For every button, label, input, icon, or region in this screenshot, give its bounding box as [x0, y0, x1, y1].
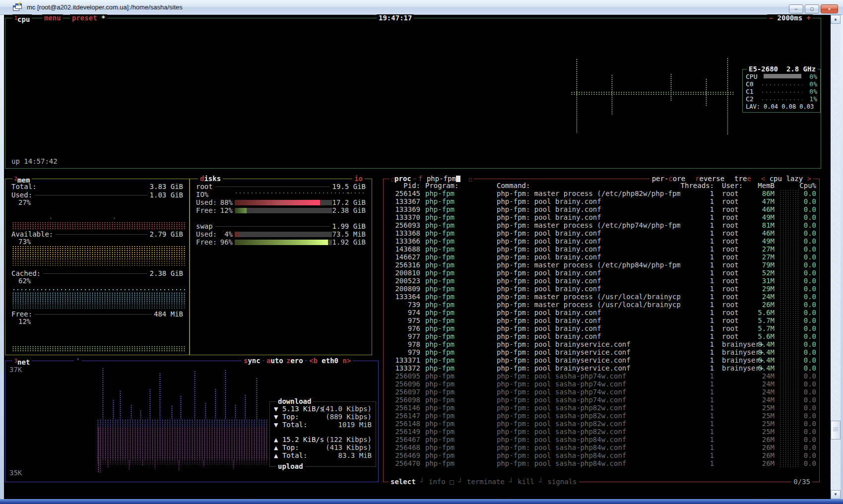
proc-cell-pid: 256467 — [387, 436, 420, 443]
table-row[interactable]: 133368php-fpmphp-fpm: pool brainy.conf1r… — [384, 229, 819, 237]
proc-cell-mem: 8.4M — [748, 340, 775, 348]
upload-total: ▲ Total: — [274, 452, 307, 459]
table-row[interactable]: 133370php-fpmphp-fpm: pool brainy.conf1r… — [384, 213, 819, 221]
table-row[interactable]: 974php-fpmphp-fpm: pool brainy.conf1root… — [384, 309, 819, 316]
net-sync-button[interactable]: sync — [242, 357, 262, 365]
table-row[interactable]: 256469php-fpmphp-fpm: pool sasha-php84w.… — [384, 451, 819, 459]
table-row[interactable]: 256145php-fpmphp-fpm: master process (/e… — [384, 189, 819, 197]
cpu-panel-title[interactable]: 1cpu — [12, 14, 32, 23]
mem-cached-percent: 62% — [18, 277, 31, 285]
table-row[interactable]: 143688php-fpmphp-fpm: pool brainy.conf1r… — [384, 245, 819, 253]
table-row[interactable]: 200809php-fpmphp-fpm: pool brainy.conf1r… — [384, 285, 819, 293]
graph-dots — [194, 371, 196, 419]
graph-dots — [12, 303, 186, 310]
proc-cell-pid: 977 — [387, 332, 420, 340]
minimize-button[interactable]: — — [789, 4, 803, 13]
close-button[interactable]: ✕ — [821, 4, 838, 13]
scrollbar[interactable]: ▲ ▼ — [831, 15, 841, 499]
table-row[interactable]: 256095php-fpmphp-fpm: pool sasha-php74w.… — [384, 372, 819, 380]
proc-cell-cmd: php-fpm: pool brainy.conf — [497, 229, 680, 237]
net-interface-switch[interactable]: <b eth0 n> — [307, 357, 353, 365]
proc-cell-cmd: php-fpm: pool sasha-php82w.conf — [497, 420, 680, 428]
proc-cell-cmd: php-fpm: pool sasha-php82w.conf — [497, 412, 680, 420]
refresh-interval[interactable]: − 2000ms + — [767, 14, 813, 22]
table-row[interactable]: 975php-fpmphp-fpm: pool brainy.conf1root… — [384, 316, 819, 324]
table-row[interactable]: 976php-fpmphp-fpm: pool brainy.conf1root… — [384, 324, 819, 332]
io-mode-toggle[interactable]: io — [352, 175, 365, 183]
table-row[interactable]: 978php-fpmphp-fpm: pool brainyservice.co… — [384, 340, 819, 348]
proc-cell-prog: php-fpm — [425, 372, 454, 380]
proc-cell-thr: 1 — [680, 229, 714, 237]
swap-used-percent: 4% — [218, 231, 233, 238]
table-row[interactable]: 979php-fpmphp-fpm: pool brainyservice.co… — [384, 348, 819, 356]
proc-cell-cmd: php-fpm: master process (/etc/php82w/php… — [497, 189, 680, 197]
graph-dots — [705, 78, 708, 106]
table-row[interactable]: 133369php-fpmphp-fpm: pool brainy.conf1r… — [384, 205, 819, 213]
disk-free-meter — [235, 208, 332, 213]
proc-cell-user: root — [722, 205, 739, 213]
download-top-value: (889 Kibps) — [325, 413, 372, 421]
net-panel-title[interactable]: 3net — [12, 357, 32, 366]
proc-cell-prog: php-fpm — [425, 332, 454, 340]
proc-cell-user: root — [722, 324, 739, 332]
kill-button[interactable]: kill — [518, 478, 534, 486]
proc-cell-pid: 976 — [387, 324, 420, 332]
table-row[interactable]: 256467php-fpmphp-fpm: pool sasha-php84w.… — [384, 436, 819, 443]
proc-cell-pid: 256469 — [387, 451, 420, 459]
proc-footer: select┘info □┘terminate┘kill┘signals — [389, 478, 579, 486]
terminate-button[interactable]: terminate — [467, 478, 505, 486]
proc-cell-prog: php-fpm — [425, 348, 454, 356]
table-row[interactable]: 739php-fpmphp-fpm: master process (/usr/… — [384, 301, 819, 309]
mem-meter-dots — [779, 420, 800, 428]
select-button[interactable]: select — [390, 478, 416, 486]
graph-dots — [611, 74, 613, 115]
mem-meter-dots — [779, 356, 800, 364]
table-row[interactable]: 146627php-fpmphp-fpm: pool brainy.conf1r… — [384, 253, 819, 261]
table-row[interactable]: 133371php-fpmphp-fpm: pool brainyservice… — [384, 356, 819, 364]
proc-cell-mem: 29M — [748, 285, 775, 293]
proc-cell-mem: 49M — [748, 237, 775, 245]
net-zero-button[interactable]: zero — [284, 357, 305, 365]
table-row[interactable]: 256316php-fpmphp-fpm: master process (/e… — [384, 261, 819, 269]
table-row[interactable]: 256149php-fpmphp-fpm: pool sasha-php82w.… — [384, 428, 819, 436]
table-row[interactable]: 977php-fpmphp-fpm: pool brainy.conf1root… — [384, 332, 819, 340]
scroll-up-icon[interactable]: ▲ — [831, 15, 841, 24]
proc-cell-prog: php-fpm — [425, 269, 454, 277]
graph-dots — [50, 217, 52, 219]
table-row[interactable]: 256093php-fpmphp-fpm: master process (/e… — [384, 221, 819, 229]
proc-cell-mem: 5.7M — [748, 316, 775, 324]
table-row[interactable]: 133366php-fpmphp-fpm: pool brainy.conf1r… — [384, 237, 819, 245]
signals-button[interactable]: signals — [547, 478, 577, 486]
swap-free-value: 1.92 GiB — [332, 239, 366, 246]
proc-cell-pid: 256468 — [387, 443, 420, 451]
table-row[interactable]: 256097php-fpmphp-fpm: pool sasha-php74w.… — [384, 388, 819, 396]
table-row[interactable]: 256146php-fpmphp-fpm: pool sasha-php82w.… — [384, 404, 819, 412]
graph-dots — [149, 388, 151, 419]
info-button[interactable]: info □ — [429, 478, 454, 486]
table-row[interactable]: 133372php-fpmphp-fpm: pool brainyservice… — [384, 364, 819, 372]
scrollbar-thumb[interactable] — [831, 421, 841, 440]
table-row[interactable]: 256098php-fpmphp-fpm: pool sasha-php74w.… — [384, 396, 819, 404]
net-scale-top: 37K — [9, 366, 22, 374]
proc-cell-thr: 1 — [680, 428, 714, 436]
maximize-button[interactable]: □ — [805, 4, 819, 13]
title-bar[interactable]: mc [root@a202.itdeveloper.com.ua]:/home/… — [0, 0, 843, 15]
table-row[interactable]: 256096php-fpmphp-fpm: pool sasha-php74w.… — [384, 380, 819, 388]
menu-button[interactable]: menu — [42, 14, 63, 22]
preset-button[interactable]: preset * — [70, 14, 107, 22]
proc-cell-pid: 133366 — [387, 237, 420, 245]
net-auto-button[interactable]: auto — [264, 357, 285, 365]
table-row[interactable]: 133367php-fpmphp-fpm: pool brainy.conf1r… — [384, 197, 819, 205]
table-row[interactable]: 200523php-fpmphp-fpm: pool brainy.conf1r… — [384, 277, 819, 285]
interval-plus-button: + — [807, 14, 811, 22]
core-label: C0 — [746, 80, 754, 88]
scroll-down-icon[interactable]: ▼ — [831, 490, 841, 499]
table-row[interactable]: 133364php-fpmphp-fpm: master process (/u… — [384, 293, 819, 301]
table-row[interactable]: 256470php-fpmphp-fpm: pool sasha-php84w.… — [384, 459, 819, 467]
table-row[interactable]: 256147php-fpmphp-fpm: pool sasha-php82w.… — [384, 412, 819, 420]
table-row[interactable]: 256468php-fpmphp-fpm: pool sasha-php84w.… — [384, 443, 819, 451]
proc-cell-cmd: php-fpm: pool sasha-php82w.conf — [497, 404, 680, 412]
footer-separator: ┘ — [509, 478, 513, 486]
table-row[interactable]: 200810php-fpmphp-fpm: pool brainy.conf1r… — [384, 269, 819, 277]
table-row[interactable]: 256148php-fpmphp-fpm: pool sasha-php82w.… — [384, 420, 819, 428]
